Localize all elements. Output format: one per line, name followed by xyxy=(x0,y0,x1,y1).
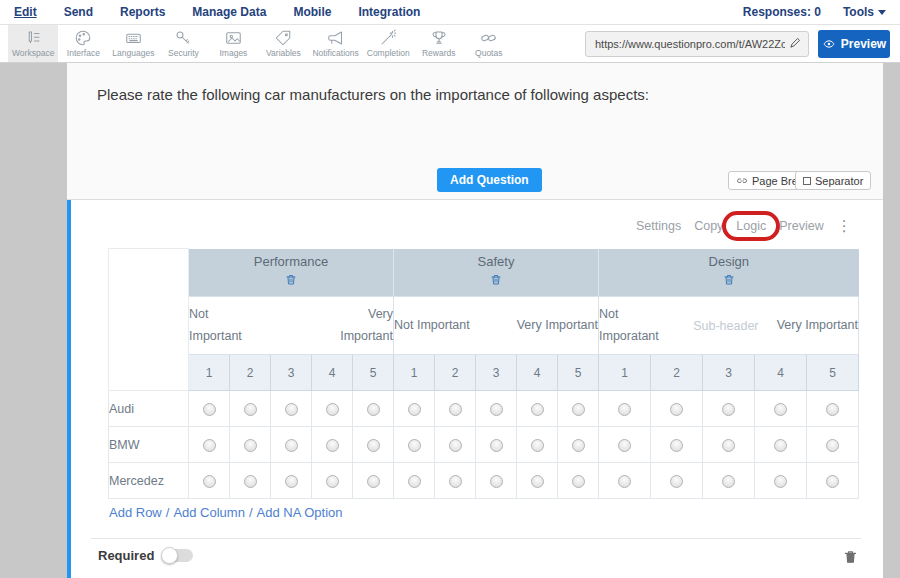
radio-button[interactable] xyxy=(244,403,257,416)
settings-action[interactable]: Settings xyxy=(636,219,681,233)
separator-button[interactable]: Separator xyxy=(795,171,871,190)
radio-button[interactable] xyxy=(449,439,462,452)
nav-item-mobile[interactable]: Mobile xyxy=(293,5,331,19)
radio-button[interactable] xyxy=(244,475,257,488)
radio-button[interactable] xyxy=(722,475,735,488)
pencil-icon[interactable] xyxy=(789,35,802,53)
radio-button[interactable] xyxy=(244,439,257,452)
radio-button[interactable] xyxy=(774,439,787,452)
radio-button[interactable] xyxy=(408,475,421,488)
nav-item-send[interactable]: Send xyxy=(64,5,93,19)
radio-button[interactable] xyxy=(572,475,585,488)
toolbar-item-images[interactable]: Images xyxy=(208,25,258,62)
radio-button[interactable] xyxy=(618,439,631,452)
add-column-link[interactable]: Add Column xyxy=(173,505,245,520)
toolbar-item-rewards[interactable]: Rewards xyxy=(414,25,464,62)
radio-button[interactable] xyxy=(490,475,503,488)
sub-header-cell[interactable]: Not Important Very Important xyxy=(189,297,394,355)
delete-column-icon[interactable] xyxy=(599,272,859,290)
nav-item-manage-data[interactable]: Manage Data xyxy=(192,5,266,19)
sub-header-placeholder[interactable]: Sub-header xyxy=(693,319,758,333)
radio-button[interactable] xyxy=(285,403,298,416)
radio-button[interactable] xyxy=(326,475,339,488)
radio-button[interactable] xyxy=(531,439,544,452)
radio-button[interactable] xyxy=(572,439,585,452)
radio-button[interactable] xyxy=(670,403,683,416)
delete-column-icon[interactable] xyxy=(394,272,598,290)
radio-button[interactable] xyxy=(408,439,421,452)
nav-item-integration[interactable]: Integration xyxy=(358,5,420,19)
radio-button[interactable] xyxy=(326,439,339,452)
radio-button[interactable] xyxy=(203,403,216,416)
toolbar-item-interface[interactable]: Interface xyxy=(58,25,108,62)
radio-button[interactable] xyxy=(490,403,503,416)
radio-button[interactable] xyxy=(367,439,380,452)
radio-button[interactable] xyxy=(722,439,735,452)
matrix-cell xyxy=(807,427,859,463)
nav-item-edit[interactable]: Edit xyxy=(14,5,37,19)
radio-button[interactable] xyxy=(826,475,839,488)
delete-column-icon[interactable] xyxy=(189,272,393,290)
radio-button[interactable] xyxy=(826,439,839,452)
matrix-cell xyxy=(312,391,353,427)
delete-question-icon[interactable] xyxy=(843,548,858,569)
radio-button[interactable] xyxy=(531,475,544,488)
radio-button[interactable] xyxy=(670,475,683,488)
radio-button[interactable] xyxy=(774,403,787,416)
toolbar-item-notifications[interactable]: Notifications xyxy=(308,25,362,62)
sub-header-cell[interactable]: Not Important Very Important xyxy=(394,297,599,355)
radio-button[interactable] xyxy=(774,475,787,488)
radio-button[interactable] xyxy=(722,403,735,416)
required-toggle[interactable] xyxy=(163,549,193,562)
toggle-knob[interactable] xyxy=(161,547,178,564)
matrix-cell xyxy=(435,427,476,463)
copy-action[interactable]: Copy xyxy=(694,219,723,233)
row-label[interactable]: Audi xyxy=(109,391,189,427)
column-group-performance[interactable]: Performance xyxy=(189,249,394,297)
radio-button[interactable] xyxy=(531,403,544,416)
matrix-cell xyxy=(755,427,807,463)
toolbar-item-workspace[interactable]: Workspace xyxy=(8,25,58,62)
radio-button[interactable] xyxy=(367,475,380,488)
radio-button[interactable] xyxy=(490,439,503,452)
logic-action[interactable]: Logic xyxy=(736,219,766,233)
radio-button[interactable] xyxy=(449,403,462,416)
radio-button[interactable] xyxy=(670,439,683,452)
preview-action[interactable]: Preview xyxy=(779,219,823,233)
question-text[interactable]: Please rate the following car manufactur… xyxy=(97,86,649,103)
add-na-option-link[interactable]: Add NA Option xyxy=(257,505,343,520)
toolbar-item-variables[interactable]: Variables xyxy=(258,25,308,62)
toolbar-item-languages[interactable]: Languages xyxy=(108,25,158,62)
add-row-link[interactable]: Add Row xyxy=(109,505,162,520)
add-question-button[interactable]: Add Question xyxy=(437,168,542,192)
radio-button[interactable] xyxy=(618,403,631,416)
row-label[interactable]: BMW xyxy=(109,427,189,463)
radio-button[interactable] xyxy=(203,475,216,488)
radio-button[interactable] xyxy=(203,439,216,452)
radio-button[interactable] xyxy=(367,403,380,416)
matrix-cell xyxy=(230,463,271,499)
radio-button[interactable] xyxy=(449,475,462,488)
radio-button[interactable] xyxy=(408,403,421,416)
matrix-cell xyxy=(476,463,517,499)
toolbar-item-security[interactable]: Security xyxy=(158,25,208,62)
matrix-cell xyxy=(517,463,558,499)
radio-button[interactable] xyxy=(326,403,339,416)
row-label[interactable]: Mercedez xyxy=(109,463,189,499)
matrix-cell xyxy=(435,463,476,499)
sub-header-cell[interactable]: Not Imporatant Sub-header Very Important xyxy=(599,297,859,355)
radio-button[interactable] xyxy=(618,475,631,488)
survey-url-field[interactable]: https://www.questionpro.com/t/AW22ZcC xyxy=(585,31,809,57)
nav-item-reports[interactable]: Reports xyxy=(120,5,165,19)
radio-button[interactable] xyxy=(572,403,585,416)
tools-menu[interactable]: Tools xyxy=(843,5,886,19)
toolbar-item-quotas[interactable]: Quotas xyxy=(464,25,514,62)
column-group-design[interactable]: Design xyxy=(599,249,859,297)
radio-button[interactable] xyxy=(285,475,298,488)
toolbar-item-completion[interactable]: Completion xyxy=(363,25,414,62)
overflow-menu-icon[interactable]: ⋮ xyxy=(837,218,852,233)
column-group-safety[interactable]: Safety xyxy=(394,249,599,297)
radio-button[interactable] xyxy=(826,403,839,416)
preview-button[interactable]: Preview xyxy=(818,30,890,58)
radio-button[interactable] xyxy=(285,439,298,452)
